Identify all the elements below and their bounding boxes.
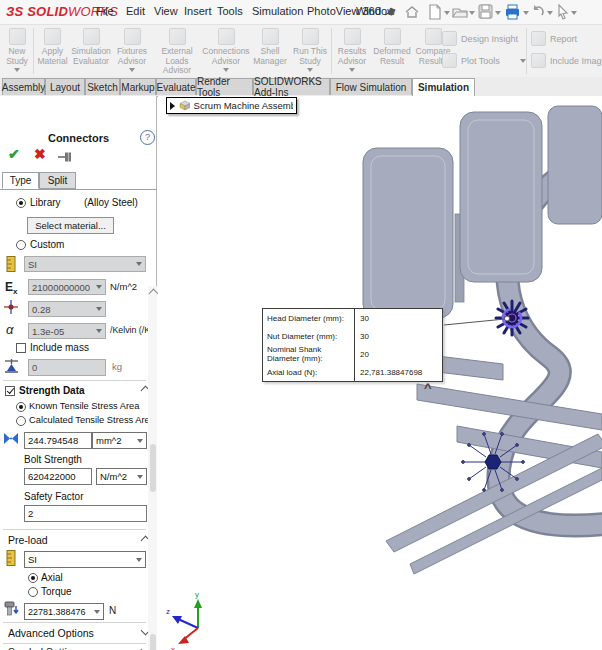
simulation-evaluator-button[interactable]: Simulation Evaluator (70, 27, 112, 66)
panel-scrollbar[interactable] (148, 286, 157, 650)
select-material-button[interactable]: Select material... (27, 217, 114, 234)
tab-flow-simulation[interactable]: Flow Simulation (330, 78, 412, 95)
scrum-pads[interactable] (363, 106, 602, 318)
menu-tools[interactable]: Tools (217, 5, 243, 17)
safety-factor-label: Safety Factor (24, 491, 83, 502)
tab-sketch[interactable]: Sketch (85, 78, 120, 95)
external-loads-advisor-button[interactable]: External Loads Advisor (152, 27, 202, 82)
tab-evaluate[interactable]: Evaluate (156, 78, 196, 95)
new-file-dropdown[interactable] (444, 11, 450, 15)
results-advisor-button[interactable]: Results Advisor (333, 27, 371, 72)
shell-manager-button[interactable]: Shell Manager (250, 27, 290, 66)
tab-render-tools[interactable]: Render Tools (196, 78, 253, 95)
save-icon[interactable] (478, 4, 494, 20)
include-image-icon (531, 53, 546, 68)
deformed-result-button[interactable]: Deformed Result (371, 27, 413, 66)
ok-button[interactable]: ✔ (8, 146, 20, 162)
tensile-area-unit-select[interactable]: mm^2 (92, 432, 147, 449)
tooltip-row: Nut Diameter (mm): 30 (263, 327, 442, 345)
connections-advisor-button[interactable]: Connections Advisor (202, 27, 250, 72)
fixtures-advisor-button[interactable]: Fixtures Advisor (112, 27, 152, 72)
select-dropdown[interactable] (571, 11, 577, 15)
tab-assembly[interactable]: Assembly (2, 78, 45, 95)
units-select[interactable]: SI (24, 256, 146, 272)
select-cursor-icon[interactable] (556, 4, 572, 20)
advanced-options-header[interactable]: Advanced Options (8, 627, 94, 639)
custom-radio[interactable] (16, 240, 26, 250)
preload-header[interactable]: Pre-load (8, 534, 48, 546)
bolt-strength-label: Bolt Strength (24, 454, 82, 465)
tab-simulation[interactable]: Simulation (412, 78, 475, 96)
include-image-button[interactable]: Include Image fo (531, 53, 602, 68)
design-insight-button[interactable]: Design Insight (442, 31, 518, 46)
symbol-settings-header[interactable]: Symbol Settings (8, 646, 84, 650)
scroll-up-icon[interactable] (149, 289, 159, 299)
menu-edit[interactable]: Edit (126, 5, 145, 17)
mass-input[interactable]: 0 (28, 359, 106, 376)
run-this-study-button[interactable]: Run This Study (290, 27, 330, 72)
new-file-icon[interactable] (428, 4, 444, 20)
elastic-modulus-combo[interactable]: 21000000000 (28, 279, 106, 295)
tab-markup[interactable]: Markup (120, 78, 156, 95)
graphics-viewport[interactable]: y z x Head Diameter (mm): 30 Nut Diamete… (158, 96, 602, 650)
axial-radio[interactable] (28, 573, 38, 583)
preload-force-combo[interactable]: 22781.388476 (24, 603, 104, 620)
new-study-dropdown[interactable] (14, 68, 20, 72)
open-dropdown[interactable] (469, 11, 475, 15)
menu-bar: ЗS SOLIDWORKS File Edit View Insert Tool… (0, 0, 602, 25)
new-study-button[interactable]: New Study (2, 27, 32, 72)
safety-factor-input[interactable]: 2 (24, 505, 147, 522)
bolt-strength-unit-select[interactable]: N/m^2 (96, 468, 147, 485)
open-icon[interactable] (452, 4, 468, 20)
tensile-area-input[interactable]: 244.794548 (24, 432, 92, 449)
tab-layout[interactable]: Layout (45, 78, 85, 95)
help-icon[interactable]: ? (140, 130, 155, 145)
cancel-button[interactable]: ✖ (34, 146, 46, 162)
menu-simulation[interactable]: Simulation (252, 5, 303, 17)
thermal-expansion-combo[interactable]: 1.3e-05 (28, 323, 106, 339)
tooltip-caret-icon[interactable]: ^ (424, 380, 432, 395)
chevron-down-icon (136, 262, 142, 266)
connections-advisor-icon (218, 28, 235, 45)
apply-material-button[interactable]: Apply Material (35, 27, 70, 66)
breadcrumb[interactable]: Scrum Machine Assembl... (166, 97, 297, 114)
command-tab-bar: Assembly Layout Sketch Markup Evaluate R… (0, 77, 602, 97)
plot-tools-icon (442, 53, 457, 68)
preload-units-select[interactable]: SI (24, 551, 146, 568)
plot-tools-button[interactable]: Plot Tools (442, 53, 526, 68)
scrollbar-thumb[interactable] (150, 444, 156, 492)
mass-unit: kg (112, 361, 122, 372)
tab-solidworks-addins[interactable]: SOLIDWORKS Add-Ins (253, 78, 330, 95)
save-dropdown[interactable] (495, 11, 501, 15)
pin-menu-icon[interactable] (384, 6, 400, 22)
run-this-study-dropdown[interactable] (307, 68, 313, 72)
print-dropdown[interactable] (523, 11, 529, 15)
results-advisor-dropdown[interactable] (349, 68, 355, 72)
scrollbar-thumb[interactable] (150, 634, 156, 650)
pin-icon[interactable] (58, 151, 74, 163)
bolt-strength-input[interactable]: 620422000 (24, 468, 92, 485)
library-radio[interactable] (16, 198, 26, 208)
expand-arrow-icon[interactable] (170, 102, 175, 110)
fixtures-advisor-dropdown[interactable] (129, 68, 135, 72)
report-button[interactable]: Report (531, 31, 577, 46)
known-tensile-radio[interactable] (16, 402, 26, 412)
calculated-tensile-radio[interactable] (16, 416, 26, 426)
poisson-ratio-combo[interactable]: 0.28 (28, 301, 106, 317)
strength-data-checkbox[interactable] (5, 386, 15, 396)
print-icon[interactable] (504, 4, 520, 20)
undo-dropdown[interactable] (547, 11, 553, 15)
plot-tools-dropdown[interactable] (520, 59, 526, 63)
tab-split[interactable]: Split (39, 172, 76, 189)
connections-advisor-dropdown[interactable] (223, 68, 229, 72)
menu-insert[interactable]: Insert (184, 5, 212, 17)
preload-force-unit: N (109, 605, 116, 616)
undo-icon[interactable] (531, 4, 547, 20)
tab-type[interactable]: Type (2, 172, 39, 189)
include-mass-checkbox[interactable] (16, 343, 26, 353)
menu-file[interactable]: File (96, 5, 114, 17)
home-icon[interactable] (404, 4, 420, 20)
axial-label: Axial (41, 572, 63, 583)
torque-radio[interactable] (28, 587, 38, 597)
menu-view[interactable]: View (154, 5, 178, 17)
